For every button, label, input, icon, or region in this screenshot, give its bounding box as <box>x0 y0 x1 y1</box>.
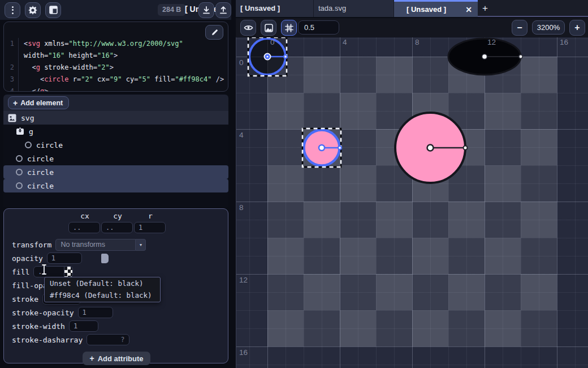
cy-input[interactable] <box>101 222 133 233</box>
tree-row-g[interactable]: g <box>3 125 228 138</box>
shape-circle-selected-1[interactable] <box>248 37 287 76</box>
element-tree: svggcirclecirclecirclecircle <box>3 111 228 207</box>
layout-icon <box>49 6 58 14</box>
tab-label: [ Unsaved ] <box>407 2 463 17</box>
chevron-down-icon[interactable]: ▾ <box>136 239 146 251</box>
circle-icon <box>16 169 23 176</box>
center-handle[interactable] <box>482 54 487 59</box>
tree-row-label: circle <box>27 168 54 177</box>
stroke-width-label: stroke-width <box>12 322 65 331</box>
fill-suggestion-item[interactable]: #ff98c4 (Default: black) <box>45 289 160 301</box>
position-field-headers: cx cy r <box>68 212 228 220</box>
code-line[interactable]: width="16" height="16"> <box>4 50 228 62</box>
code-lines[interactable]: 1<svg xmlns="http://www.w3.org/2000/svg"… <box>4 38 228 92</box>
toggle-visibility-button[interactable] <box>240 20 256 36</box>
circle-icon <box>16 182 23 189</box>
stroke-width-input[interactable] <box>69 320 98 332</box>
code-line[interactable]: 2 <g stroke-width="2"> <box>4 62 228 74</box>
stroke-opacity-input[interactable] <box>78 307 113 318</box>
center-handle[interactable] <box>319 145 325 151</box>
tab-bar: [ Unsaved ] tada.svg [ Unsaved ] ✕ + <box>236 0 588 17</box>
tab-tada-svg[interactable]: tada.svg <box>314 0 394 17</box>
ruler-label-left: 4 <box>239 131 244 139</box>
code-text: <g stroke-width="2"> <box>19 62 114 74</box>
tree-row-circle[interactable]: circle <box>3 165 228 179</box>
circle-icon <box>16 155 23 162</box>
upload-button[interactable] <box>215 2 231 18</box>
download-button[interactable] <box>198 2 214 18</box>
canvas-shapes <box>236 37 588 368</box>
zoom-in-button[interactable]: + <box>569 20 585 36</box>
kebab-icon <box>12 6 14 14</box>
fill-color-swatch[interactable] <box>64 266 73 278</box>
line-number <box>4 50 19 62</box>
radius-handle[interactable] <box>464 146 468 150</box>
code-line[interactable]: 4 </g> <box>4 85 228 92</box>
tab-unsaved-2-active[interactable]: [ Unsaved ] ✕ <box>394 0 478 17</box>
center-handle[interactable] <box>427 145 434 151</box>
zoom-out-button[interactable]: − <box>512 20 528 36</box>
shape-circle-selected-2[interactable] <box>302 129 341 167</box>
close-icon[interactable]: ✕ <box>463 2 478 17</box>
canvas-panel: [ Unsaved ] tada.svg [ Unsaved ] ✕ + <box>231 0 588 368</box>
plus-icon: + <box>13 99 18 108</box>
shape-circle-pink-large[interactable] <box>395 113 468 183</box>
ruler-label-top: 4 <box>343 38 347 46</box>
tree-row-circle[interactable]: circle <box>3 152 228 165</box>
shape-ellipse[interactable] <box>448 38 522 75</box>
ruler-label-left: 12 <box>239 276 248 284</box>
edit-code-button[interactable] <box>205 25 223 40</box>
grid-snap-button[interactable] <box>281 20 297 36</box>
plus-icon: + <box>89 354 94 363</box>
tree-row-circle[interactable]: circle <box>3 138 228 152</box>
image-background-icon <box>265 24 273 32</box>
help-icon[interactable]: ? <box>120 336 124 344</box>
tab-unsaved-1[interactable]: [ Unsaved ] <box>236 0 314 17</box>
opacity-slider-thumb[interactable] <box>74 253 109 264</box>
new-tab-button[interactable]: + <box>478 0 492 16</box>
tree-row-label: circle <box>36 141 63 149</box>
r-input[interactable] <box>134 222 166 233</box>
grid-size-input[interactable] <box>298 20 339 35</box>
stroke-opacity-label: stroke-opacity <box>12 309 74 317</box>
tree-row-label: circle <box>27 182 54 190</box>
code-line[interactable]: 3 <circle r="2" cx="9" cy="5" fill="#ff9… <box>4 74 228 85</box>
cx-input[interactable] <box>68 222 100 233</box>
text-cursor-icon <box>40 263 48 276</box>
fill-input[interactable] <box>33 266 64 277</box>
code-text: </g> <box>19 85 48 92</box>
canvas-viewport[interactable]: 0481216 0481216 <box>236 37 588 368</box>
eye-icon <box>244 24 253 32</box>
grid-snap-icon <box>285 24 293 32</box>
add-element-button[interactable]: + Add element <box>8 96 69 109</box>
tree-row-circle[interactable]: circle <box>3 179 228 192</box>
file-size-badge: 284 B <box>158 4 185 16</box>
add-element-label: Add element <box>20 99 63 107</box>
code-text: width="16" height="16"> <box>19 50 118 62</box>
fill-suggestion-item[interactable]: Unset (Default: black) <box>45 277 160 289</box>
settings-button[interactable] <box>25 2 41 18</box>
add-attribute-button[interactable]: + Add attribute <box>83 352 150 365</box>
stroke-dasharray-label: stroke-dasharray <box>12 336 83 344</box>
r-header: r <box>134 212 167 220</box>
zoom-level[interactable]: 3200% <box>532 20 565 35</box>
menu-button[interactable] <box>5 2 20 18</box>
add-attribute-label: Add attribute <box>98 354 144 363</box>
circle-icon <box>25 142 32 148</box>
tree-row-svg[interactable]: svg <box>3 111 228 125</box>
svg-code-editor[interactable]: 1<svg xmlns="http://www.w3.org/2000/svg"… <box>3 22 228 92</box>
tab-label: [ Unsaved ] <box>240 4 280 12</box>
fill-value-suggestions[interactable]: Unset (Default: black)#ff98c4 (Default: … <box>44 277 161 302</box>
tab-label: tada.svg <box>318 4 346 12</box>
opacity-label: opacity <box>12 254 43 263</box>
code-text: <svg xmlns="http://www.w3.org/2000/svg" <box>19 38 183 50</box>
background-button[interactable] <box>261 20 276 36</box>
radius-handle[interactable] <box>338 146 341 149</box>
stroke-label: stroke <box>12 295 38 303</box>
code-line[interactable]: 1<svg xmlns="http://www.w3.org/2000/svg" <box>4 38 228 50</box>
layout-panels-button[interactable] <box>45 2 61 18</box>
radius-handle[interactable] <box>519 55 522 58</box>
radius-handle[interactable] <box>284 55 287 58</box>
transform-dropdown[interactable]: No transforms <box>55 239 136 251</box>
cy-header: cy <box>101 212 134 220</box>
